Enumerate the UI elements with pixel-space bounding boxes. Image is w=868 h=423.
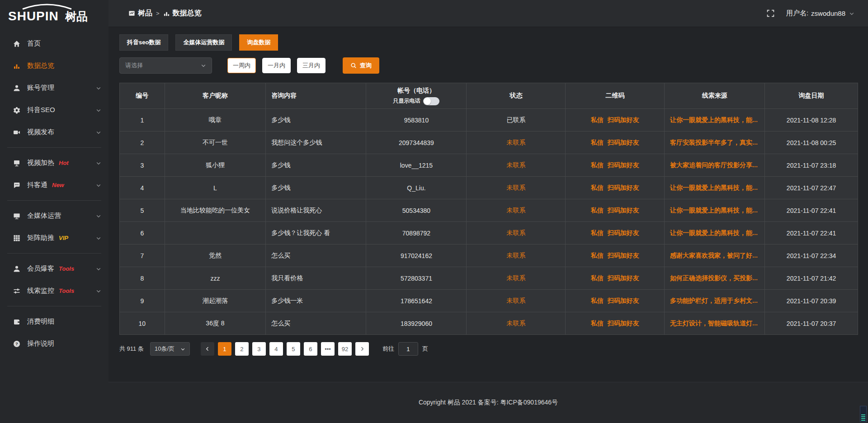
scan-add-friend-link[interactable]: 扫码加好友 bbox=[608, 184, 639, 191]
page-button-5[interactable]: 5 bbox=[287, 342, 300, 356]
cell-id: 10 bbox=[120, 312, 165, 335]
page-button-6[interactable]: 6 bbox=[304, 342, 317, 356]
private-message-link[interactable]: 私信 bbox=[591, 320, 604, 327]
sidebar-item-expense-detail[interactable]: 消费明细 bbox=[0, 310, 108, 333]
page-button-3[interactable]: 3 bbox=[252, 342, 266, 356]
sidebar-item-media-operation[interactable]: 全媒体运营 bbox=[0, 205, 108, 227]
source-link[interactable]: 无主灯设计，智能磁吸轨道灯... bbox=[670, 320, 758, 327]
scan-add-friend-link[interactable]: 扫码加好友 bbox=[608, 161, 639, 169]
cell-id: 4 bbox=[120, 177, 165, 199]
scan-add-friend-link[interactable]: 扫码加好友 bbox=[608, 139, 639, 146]
phone-only-toggle[interactable] bbox=[423, 97, 439, 105]
sidebar-item-matrix-boost[interactable]: 矩阵助推VIP bbox=[0, 227, 108, 249]
cell-status: 未联系 bbox=[467, 312, 566, 335]
source-link[interactable]: 客厅安装投影半年多了，真实... bbox=[670, 139, 758, 146]
private-message-link[interactable]: 私信 bbox=[591, 161, 604, 169]
sidebar-item-data-overview[interactable]: 数据总览 bbox=[0, 55, 108, 77]
cell-date: 2021-11-08 12:28 bbox=[765, 109, 858, 132]
cell-date: 2021-11-07 22:41 bbox=[765, 222, 858, 244]
scan-add-friend-link[interactable]: 扫码加好友 bbox=[608, 252, 639, 259]
scan-add-friend-link[interactable]: 扫码加好友 bbox=[608, 320, 639, 327]
user-menu[interactable]: 用户名: zswodun88 bbox=[786, 9, 854, 18]
tab-inquiry-data[interactable]: 询盘数据 bbox=[239, 34, 278, 51]
page-button-2[interactable]: 2 bbox=[235, 342, 249, 356]
goto-page-input[interactable] bbox=[398, 342, 418, 356]
cell-source: 让你一眼就爱上的黑科技，能... bbox=[665, 109, 765, 132]
home-icon bbox=[13, 40, 21, 48]
source-link[interactable]: 让你一眼就爱上的黑科技，能... bbox=[670, 229, 758, 236]
scan-add-friend-link[interactable]: 扫码加好友 bbox=[608, 116, 639, 123]
source-link[interactable]: 被大家追着问的客厅投影分享... bbox=[670, 161, 758, 169]
sidebar-item-clue-monitor[interactable]: 线索监控Tools bbox=[0, 280, 108, 302]
sidebar-item-help[interactable]: ? 操作说明 bbox=[0, 333, 108, 355]
range-button-week[interactable]: 一周内 bbox=[227, 58, 256, 73]
breadcrumb-item-overview[interactable]: 数据总览 bbox=[163, 9, 202, 18]
scan-add-friend-link[interactable]: 扫码加好友 bbox=[608, 297, 639, 304]
source-link[interactable]: 让你一眼就爱上的黑科技，能... bbox=[670, 207, 758, 214]
scan-add-friend-link[interactable]: 扫码加好友 bbox=[608, 207, 639, 214]
table-row: 10 36度 8 怎么买 183929060 未联系 私信 扫码加好友 无主灯设… bbox=[120, 312, 858, 335]
page-button-92[interactable]: 92 bbox=[338, 342, 352, 356]
col-header-nickname: 客户昵称 bbox=[165, 83, 266, 109]
sliders-icon bbox=[13, 287, 21, 295]
next-page-button[interactable] bbox=[355, 342, 369, 356]
cell-qrcode: 私信 扫码加好友 bbox=[566, 222, 665, 244]
logo-graphic: SHUPIN 树品 bbox=[7, 3, 91, 24]
sidebar-badge: VIP bbox=[59, 235, 68, 241]
fullscreen-icon[interactable] bbox=[767, 9, 774, 17]
source-link[interactable]: 感谢大家喜欢我家，被问了好... bbox=[670, 252, 758, 259]
tab-media-operation-data[interactable]: 全媒体运营数据 bbox=[175, 34, 232, 51]
sidebar-item-video-publish[interactable]: 视频发布 bbox=[0, 121, 108, 143]
private-message-link[interactable]: 私信 bbox=[591, 116, 604, 123]
private-message-link[interactable]: 私信 bbox=[591, 252, 604, 259]
table-body: 1 哦章 多少钱 9583810 已联系 私信 扫码加好友 让你一眼就爱上的黑科… bbox=[120, 109, 858, 335]
cell-account: 917024162 bbox=[366, 244, 467, 267]
source-link[interactable]: 如何正确选择投影仪，买投影... bbox=[670, 274, 758, 282]
private-message-link[interactable]: 私信 bbox=[591, 184, 604, 191]
breadcrumb-item-app[interactable]: 树品 bbox=[128, 9, 152, 18]
range-button-month[interactable]: 一月内 bbox=[262, 58, 291, 73]
private-message-link[interactable]: 私信 bbox=[591, 274, 604, 282]
source-link[interactable]: 让你一眼就爱上的黑科技，能... bbox=[670, 116, 758, 123]
cell-status: 未联系 bbox=[467, 267, 566, 290]
chevron-down-icon bbox=[96, 85, 101, 91]
private-message-link[interactable]: 私信 bbox=[591, 297, 604, 304]
private-message-link[interactable]: 私信 bbox=[591, 229, 604, 236]
private-message-link[interactable]: 私信 bbox=[591, 139, 604, 146]
scan-add-friend-link[interactable]: 扫码加好友 bbox=[608, 274, 639, 282]
gear-icon bbox=[13, 106, 21, 114]
page-ellipsis-button[interactable]: ••• bbox=[321, 342, 335, 356]
tab-douyin-seo-data[interactable]: 抖音seo数据 bbox=[119, 34, 168, 51]
prev-page-button[interactable] bbox=[201, 342, 214, 356]
cell-account: 183929060 bbox=[366, 312, 467, 335]
source-link[interactable]: 让你一眼就爱上的黑科技，能... bbox=[670, 184, 758, 191]
sidebar-item-douketong[interactable]: 抖客通New bbox=[0, 174, 108, 196]
page-button-1[interactable]: 1 bbox=[218, 342, 231, 356]
cell-qrcode: 私信 扫码加好友 bbox=[566, 199, 665, 222]
page-size-select[interactable]: 10条/页 bbox=[150, 342, 190, 356]
cell-account: 178651642 bbox=[366, 290, 467, 312]
sidebar-badge: Tools bbox=[59, 287, 74, 294]
username-value: zswodun88 bbox=[811, 9, 845, 17]
goto-label: 前往 bbox=[382, 345, 394, 353]
cell-source: 客厅安装投影半年多了，真实... bbox=[665, 132, 765, 154]
search-button[interactable]: 查询 bbox=[343, 57, 379, 74]
scan-add-friend-link[interactable]: 扫码加好友 bbox=[608, 229, 639, 236]
goto-page: 前往 页 bbox=[382, 342, 428, 356]
logo-text-en: SHUPIN bbox=[8, 9, 59, 23]
sidebar-item-member-burst[interactable]: 会员爆客Tools bbox=[0, 258, 108, 280]
sidebar-divider bbox=[7, 147, 101, 148]
source-link[interactable]: 多功能护栏灯，适用于乡村文... bbox=[670, 297, 758, 304]
cell-date: 2021-11-07 22:41 bbox=[765, 199, 858, 222]
monitor-icon bbox=[13, 212, 21, 220]
sidebar-item-douyin-seo[interactable]: 抖音SEO bbox=[0, 99, 108, 121]
chevron-down-icon bbox=[96, 130, 101, 135]
sidebar-item-label: 视频发布 bbox=[27, 128, 54, 136]
page-button-4[interactable]: 4 bbox=[269, 342, 283, 356]
private-message-link[interactable]: 私信 bbox=[591, 207, 604, 214]
filter-select[interactable]: 请选择 bbox=[119, 57, 212, 74]
sidebar-item-account-manage[interactable]: 账号管理 bbox=[0, 77, 108, 99]
sidebar-item-home[interactable]: 首页 bbox=[0, 33, 108, 55]
sidebar-item-video-heat[interactable]: 视频加热Hot bbox=[0, 152, 108, 174]
range-button-quarter[interactable]: 三月内 bbox=[297, 58, 326, 73]
